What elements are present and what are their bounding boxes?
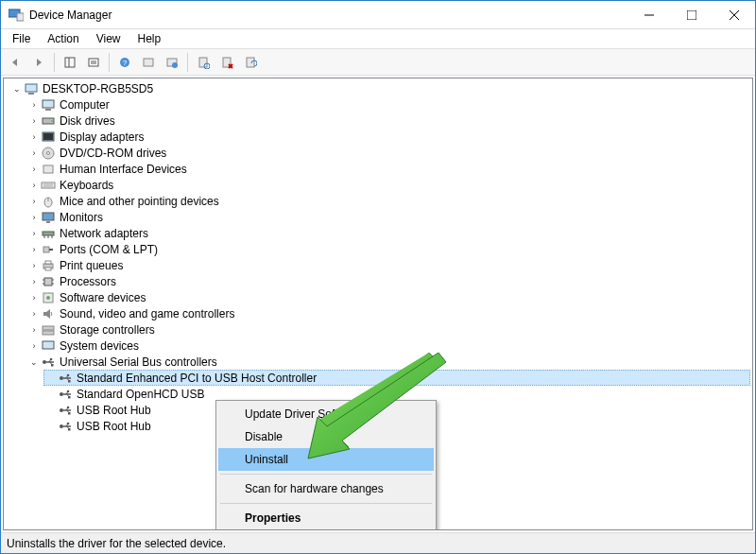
chevron-right-icon[interactable]: ›: [28, 115, 40, 127]
uninstall-button[interactable]: [216, 52, 237, 73]
software-icon: [41, 290, 56, 305]
tree-label: Software devices: [60, 291, 146, 304]
tree-category-keyboards[interactable]: ›Keyboards: [26, 177, 750, 193]
disk-icon: [41, 113, 56, 129]
tree-category-software[interactable]: ›Software devices: [26, 289, 750, 305]
menu-action[interactable]: Action: [40, 30, 86, 47]
svg-rect-46: [45, 261, 51, 264]
statusbar-text: Uninstalls the driver for the selected d…: [7, 537, 226, 550]
hid-icon: [41, 162, 56, 177]
tree-category-display[interactable]: ›Display adapters: [26, 129, 750, 145]
tree-label: Processors: [60, 275, 116, 288]
device-tree-panel: ⌄ DESKTOP-RGB5SD5 ›Computer ›Disk drives…: [3, 78, 753, 530]
tree-category-processors[interactable]: ›Processors: [26, 273, 750, 289]
tree-category-monitors[interactable]: ›Monitors: [26, 209, 750, 225]
tree-label: Computer: [60, 98, 110, 112]
svg-point-31: [47, 151, 50, 154]
tree-category-sound[interactable]: ›Sound, video and game controllers: [26, 305, 750, 321]
tree-category-dvd[interactable]: ›DVD/CD-ROM drives: [26, 145, 750, 161]
system-icon: [41, 338, 56, 354]
chevron-right-icon[interactable]: ›: [28, 164, 40, 175]
chevron-right-icon[interactable]: ›: [28, 99, 40, 111]
usb-icon: [58, 371, 73, 386]
close-button[interactable]: [713, 1, 755, 28]
toolbar: ?: [1, 49, 755, 76]
minimize-button[interactable]: [627, 1, 670, 28]
tree-category-computer[interactable]: ›Computer: [26, 96, 750, 113]
tree-label: Mice and other pointing devices: [60, 195, 219, 208]
menu-help[interactable]: Help: [130, 30, 169, 47]
update-driver-button[interactable]: [240, 52, 261, 73]
context-menu-properties[interactable]: Properties: [218, 507, 434, 529]
svg-point-54: [46, 296, 50, 300]
tree-category-system[interactable]: ›System devices: [26, 338, 750, 354]
network-icon: [41, 226, 56, 241]
chevron-right-icon[interactable]: ›: [28, 308, 40, 320]
storage-icon: [41, 322, 56, 338]
tree-category-usb[interactable]: ⌄Universal Serial Bus controllers: [26, 354, 750, 370]
chevron-right-icon[interactable]: ›: [28, 244, 40, 255]
svg-rect-69: [68, 380, 71, 383]
chevron-right-icon[interactable]: ›: [28, 324, 40, 336]
tree-category-hid[interactable]: ›Human Interface Devices: [26, 161, 750, 177]
toolbar-icon-2[interactable]: [162, 52, 182, 73]
tree-label: Display adapters: [60, 130, 144, 144]
chevron-right-icon[interactable]: ›: [28, 260, 40, 271]
printer-icon: [41, 258, 56, 273]
tree-category-print[interactable]: ›Print queues: [26, 257, 750, 273]
tree-label: Print queues: [60, 259, 123, 272]
chevron-right-icon[interactable]: ›: [28, 228, 40, 239]
context-menu-scan[interactable]: Scan for hardware changes: [218, 477, 434, 500]
toolbar-icon-1[interactable]: [138, 52, 159, 73]
tree-category-ports[interactable]: ›Ports (COM & LPT): [26, 241, 750, 257]
svg-rect-40: [43, 232, 54, 235]
chevron-right-icon[interactable]: ›: [28, 131, 40, 143]
tree-category-storage[interactable]: ›Storage controllers: [26, 321, 750, 338]
back-button[interactable]: [5, 52, 26, 73]
svg-rect-8: [89, 59, 98, 66]
computer-icon: [41, 97, 56, 113]
computer-icon: [24, 81, 39, 96]
svg-point-73: [67, 390, 70, 392]
tree-label: Storage controllers: [60, 323, 155, 337]
tree-category-disk[interactable]: ›Disk drives: [26, 113, 750, 129]
svg-rect-21: [247, 58, 254, 67]
context-menu-uninstall[interactable]: Uninstall: [218, 448, 434, 471]
tree-category-network[interactable]: ›Network adapters: [26, 225, 750, 241]
tree-label: Standard Enhanced PCI to USB Host Contro…: [77, 372, 317, 385]
monitor-icon: [41, 210, 56, 225]
svg-point-64: [60, 376, 63, 380]
tree-category-mice[interactable]: ›Mice and other pointing devices: [26, 193, 750, 209]
chevron-right-icon[interactable]: ›: [28, 292, 40, 303]
menu-file[interactable]: File: [5, 30, 38, 47]
properties-button[interactable]: [83, 52, 104, 73]
chevron-down-icon[interactable]: ⌄: [28, 356, 40, 368]
show-hide-tree-button[interactable]: [60, 52, 80, 73]
chevron-right-icon[interactable]: ›: [28, 196, 40, 207]
svg-rect-25: [45, 109, 51, 111]
svg-rect-39: [46, 221, 50, 223]
svg-point-67: [67, 373, 70, 376]
chevron-down-icon[interactable]: ⌄: [11, 83, 23, 95]
chevron-right-icon[interactable]: ›: [28, 276, 40, 287]
context-menu-disable[interactable]: Disable: [218, 425, 434, 448]
menu-view[interactable]: View: [89, 30, 129, 47]
svg-point-85: [67, 422, 70, 424]
context-menu-update-driver[interactable]: Update Driver Software...: [218, 403, 434, 425]
scan-hardware-button[interactable]: [193, 52, 214, 73]
statusbar: Uninstalls the driver for the selected d…: [1, 532, 755, 553]
chevron-right-icon[interactable]: ›: [28, 340, 40, 352]
window-title: Device Manager: [29, 9, 627, 22]
tree-label: Monitors: [60, 211, 103, 224]
device-tree[interactable]: ⌄ DESKTOP-RGB5SD5 ›Computer ›Disk drives…: [6, 80, 750, 434]
svg-rect-13: [144, 59, 153, 66]
chevron-right-icon[interactable]: ›: [28, 147, 40, 159]
tree-root[interactable]: ⌄ DESKTOP-RGB5SD5: [9, 80, 750, 96]
forward-button[interactable]: [28, 52, 49, 73]
chevron-right-icon[interactable]: ›: [28, 180, 40, 191]
help-button[interactable]: ?: [114, 52, 135, 73]
chevron-right-icon[interactable]: ›: [28, 212, 40, 223]
tree-device-usb-enhanced-pci[interactable]: ›Standard Enhanced PCI to USB Host Contr…: [43, 370, 750, 386]
svg-rect-22: [26, 84, 37, 92]
maximize-button[interactable]: [670, 1, 713, 28]
